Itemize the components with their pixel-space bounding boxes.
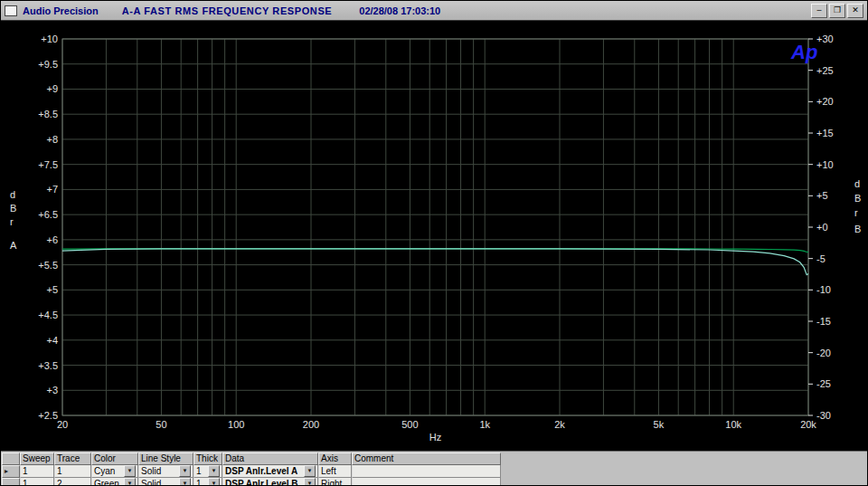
left-axis-unit-letter: d: [10, 189, 15, 200]
row-selector[interactable]: ▸: [2, 465, 20, 478]
cell-color[interactable]: Cyan▼: [91, 465, 138, 478]
column-header-comment: Comment: [352, 453, 501, 465]
cell-line_style[interactable]: Solid▼: [138, 478, 193, 486]
column-header-sweep: Sweep: [20, 453, 54, 465]
cell-thick[interactable]: 1▼: [193, 478, 222, 486]
cell-value: 1: [57, 466, 62, 477]
right-axis-tick-label: -15: [816, 316, 831, 327]
cell-value: 1: [196, 466, 202, 477]
cell-data[interactable]: DSP Anlr.Level B▼: [222, 478, 318, 486]
right-axis-tick-label: +25: [816, 65, 834, 76]
left-axis-tick-label: +8: [46, 134, 58, 145]
right-axis-tick-label: +5: [816, 190, 828, 201]
cell-line_style[interactable]: Solid▼: [138, 465, 193, 478]
cell-value: Green: [94, 479, 119, 486]
cell-sweep[interactable]: 1: [20, 465, 54, 478]
right-axis-tick-label: +15: [816, 128, 834, 138]
timestamp: 02/28/08 17:03:10: [359, 5, 440, 16]
left-axis-tick-label: +6.5: [38, 209, 58, 220]
trace-table-panel: SweepTraceColorLine StyleThickDataAxisCo…: [1, 451, 868, 486]
current-row-icon: ▸: [5, 466, 8, 477]
x-axis-tick-label: 1k: [479, 419, 490, 430]
dropdown-arrow-icon[interactable]: ▼: [124, 478, 136, 486]
cell-axis[interactable]: Right: [318, 478, 352, 486]
trace-table: SweepTraceColorLine StyleThickDataAxisCo…: [2, 453, 501, 486]
column-header-axis: Axis: [318, 453, 352, 465]
x-axis-tick-label: 200: [303, 419, 319, 430]
row-selector[interactable]: [2, 478, 20, 486]
column-header-line-style: Line Style: [138, 453, 193, 465]
chart-canvas: +10+9.5+9+8.5+8+7.5+7+6.5+6+5.5+5+4.5+4+…: [1, 21, 868, 451]
right-axis-channel-label: B: [854, 224, 861, 234]
minimize-button[interactable]: –: [811, 4, 827, 18]
cell-color[interactable]: Green▼: [91, 478, 138, 486]
right-axis-unit-letter: d: [854, 178, 860, 189]
column-header-trace: Trace: [54, 453, 91, 465]
app-window: Audio Precision A-A FAST RMS FREQUENCY R…: [0, 0, 868, 486]
cell-trace[interactable]: 1: [54, 465, 91, 478]
x-axis-tick-label: 500: [401, 419, 418, 430]
cell-axis[interactable]: Left: [318, 465, 352, 478]
dropdown-arrow-icon[interactable]: ▼: [304, 465, 316, 477]
left-axis-tick-label: +5: [46, 284, 58, 295]
x-axis-tick-label: 20: [57, 419, 68, 430]
frequency-response-graph: +10+9.5+9+8.5+8+7.5+7+6.5+6+5.5+5+4.5+4+…: [1, 21, 868, 451]
cell-value: 2: [57, 479, 62, 486]
cell-comment[interactable]: [352, 465, 501, 478]
ap-logo: Ap: [790, 41, 817, 63]
cell-value: 1: [196, 479, 202, 486]
right-axis-tick-label: -25: [816, 378, 831, 389]
dropdown-arrow-icon[interactable]: ▼: [208, 465, 220, 477]
right-axis-tick-label: +10: [816, 159, 834, 170]
left-axis-tick-label: +2.5: [38, 410, 58, 421]
title-bar: Audio Precision A-A FAST RMS FREQUENCY R…: [1, 1, 867, 21]
cell-data[interactable]: DSP Anlr.Level A▼: [222, 465, 318, 478]
right-axis-tick-label: +20: [816, 96, 834, 107]
right-axis-tick-label: +0: [816, 222, 828, 233]
left-axis-channel-label: A: [10, 240, 17, 251]
left-axis-tick-label: +5.5: [38, 260, 58, 271]
x-axis-tick-label: 5k: [654, 419, 665, 430]
right-axis-tick-label: -10: [816, 284, 831, 295]
left-axis-tick-label: +3.5: [38, 360, 58, 371]
left-axis-tick-label: +9.5: [38, 59, 58, 70]
dropdown-arrow-icon[interactable]: ▼: [208, 478, 220, 486]
cell-value: Solid: [141, 479, 161, 486]
trace-table-body: ▸11Cyan▼Solid▼1▼DSP Anlr.Level A▼Left12G…: [2, 465, 501, 486]
right-axis-tick-label: +30: [816, 33, 834, 44]
right-axis-tick-label: -20: [816, 348, 831, 358]
trace-table-header-row: SweepTraceColorLine StyleThickDataAxisCo…: [2, 453, 501, 465]
left-axis-tick-label: +7: [46, 184, 58, 195]
dropdown-arrow-icon[interactable]: ▼: [124, 465, 136, 477]
left-axis-tick-label: +7.5: [38, 159, 58, 170]
x-axis-tick-label: 20k: [800, 419, 816, 430]
dropdown-arrow-icon[interactable]: ▼: [179, 465, 191, 477]
row-selector-header: [2, 453, 20, 465]
close-button[interactable]: ✕: [847, 4, 863, 18]
column-header-data: Data: [222, 453, 318, 465]
cell-value: DSP Anlr.Level B: [225, 479, 298, 486]
cell-sweep[interactable]: 1: [20, 478, 54, 486]
maximize-button[interactable]: ❐: [829, 4, 845, 18]
left-axis-tick-label: +3: [46, 385, 58, 395]
cell-value: DSP Anlr.Level A: [225, 466, 297, 477]
column-header-color: Color: [91, 453, 138, 465]
cell-trace[interactable]: 2: [54, 478, 91, 486]
plot-border: [62, 39, 808, 415]
dropdown-arrow-icon[interactable]: ▼: [304, 478, 316, 486]
dropdown-arrow-icon[interactable]: ▼: [179, 478, 191, 486]
right-axis-tick-label: -5: [816, 253, 826, 264]
cell-value: Cyan: [94, 466, 115, 477]
left-axis-unit-letter: B: [10, 203, 16, 214]
app-title: Audio Precision: [23, 5, 99, 16]
cell-thick[interactable]: 1▼: [193, 465, 222, 478]
trace-left: [62, 249, 808, 275]
x-axis-tick-label: 10k: [725, 419, 741, 430]
x-axis-tick-label: 2k: [554, 419, 565, 430]
cell-value: Left: [321, 466, 336, 477]
table-row: 12Green▼Solid▼1▼DSP Anlr.Level B▼Right: [2, 478, 501, 486]
right-axis-unit-letter: B: [854, 193, 861, 204]
cell-comment[interactable]: [352, 478, 501, 486]
cell-value: 1: [23, 466, 28, 477]
x-axis-tick-label: 100: [228, 419, 244, 430]
